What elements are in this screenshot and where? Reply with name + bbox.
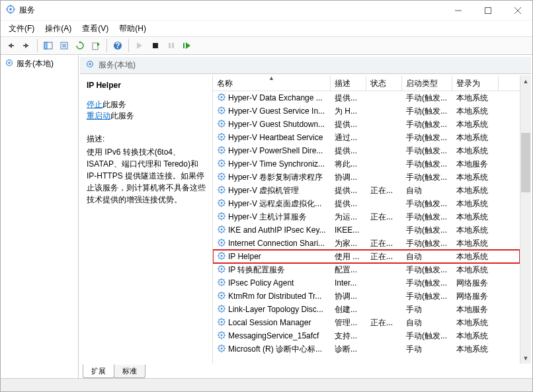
separator (37, 39, 38, 52)
svg-line-207 (219, 324, 220, 325)
service-name: IKE and AuthIP IPsec Key... (228, 225, 326, 235)
gear-icon (217, 304, 226, 315)
col-startup[interactable]: 启动类型 (402, 75, 452, 91)
service-list: 名称▲ 描述 状态 启动类型 登录为 Hyper-V Data Exchange… (212, 75, 531, 364)
svg-point-160 (220, 268, 222, 270)
svg-line-76 (224, 152, 224, 153)
svg-line-96 (224, 178, 224, 179)
stop-service-button[interactable] (148, 38, 163, 53)
service-name: Hyper-V Time Synchroniz... (228, 159, 325, 169)
service-row[interactable]: Microsoft (R) 诊断中心标...诊断...手动本地系统 (213, 342, 520, 356)
service-row[interactable]: Hyper-V Time Synchroniz...将此...手动(触发...本… (213, 157, 520, 171)
menu-view[interactable]: 查看(V) (77, 21, 114, 36)
service-row[interactable]: Local Session Manager管理...正在...自动本地系统 (213, 316, 520, 329)
scroll-down-icon[interactable]: ▼ (520, 352, 531, 364)
service-row[interactable]: Link-Layer Topology Disc...创建...手动本地服务 (213, 303, 520, 316)
stop-link[interactable]: 停止 (87, 100, 102, 109)
tab-standard[interactable]: 标准 (114, 364, 145, 378)
titlebar[interactable]: 服务 (1, 1, 532, 20)
svg-line-196 (224, 311, 224, 311)
close-button[interactable] (503, 1, 532, 20)
menu-action[interactable]: 操作(A) (40, 21, 77, 36)
svg-line-75 (219, 147, 220, 147)
svg-rect-21 (153, 43, 158, 48)
service-row[interactable]: Hyper-V 卷影复制请求程序协调...手动(触发...本地系统 (213, 171, 520, 184)
svg-line-216 (224, 337, 224, 338)
svg-point-50 (220, 122, 222, 124)
service-row[interactable]: IP Helper使用 ...正在...自动本地系统 (213, 250, 520, 263)
svg-line-188 (224, 292, 224, 293)
service-startup: 手动(触发... (402, 198, 452, 210)
svg-point-150 (220, 255, 222, 256)
svg-line-118 (224, 200, 224, 200)
show-hide-tree-button[interactable] (41, 38, 56, 53)
col-desc[interactable]: 描述 (331, 75, 366, 91)
sort-asc-icon: ▲ (268, 75, 274, 81)
service-row[interactable]: Hyper-V 主机计算服务为运...正在...手动(触发...本地系统 (213, 210, 520, 223)
maximize-button[interactable] (473, 1, 503, 20)
menu-file[interactable]: 文件(F) (3, 21, 40, 36)
scroll-track[interactable] (520, 87, 531, 352)
pause-service-button[interactable] (164, 38, 179, 53)
menu-help[interactable]: 帮助(H) (114, 21, 151, 36)
svg-line-58 (224, 120, 224, 121)
restart-service-button[interactable] (180, 38, 194, 53)
restart-line: 重启动此服务 (87, 110, 206, 122)
service-row[interactable]: Hyper-V Heartbeat Service通过...手动(触发...本地… (213, 131, 520, 144)
service-row[interactable]: Hyper-V 虚拟机管理提供...正在...自动本地系统 (213, 184, 520, 197)
svg-line-206 (224, 324, 224, 325)
svg-line-167 (219, 271, 220, 272)
refresh-button[interactable] (73, 38, 87, 53)
forward-button[interactable] (19, 38, 34, 53)
service-row[interactable]: Hyper-V Data Exchange ...提供...手动(触发...本地… (213, 91, 520, 104)
help-button[interactable]: ? (110, 38, 125, 53)
service-row[interactable]: Hyper-V 远程桌面虚拟化...提供...手动(触发...本地系统 (213, 197, 520, 210)
service-row[interactable]: KtmRm for Distributed Tr...协调...手动(触发...… (213, 290, 520, 303)
svg-line-228 (224, 345, 224, 346)
col-logon[interactable]: 登录为 (452, 75, 499, 91)
service-name: Microsoft (R) 诊断中心标... (228, 344, 322, 355)
service-logon: 本地系统 (452, 132, 499, 143)
svg-line-137 (219, 231, 220, 232)
gear-icon (217, 159, 226, 170)
service-name: IP Helper (228, 252, 261, 261)
service-row[interactable]: MessagingService_15afcf支持...手动(触发...本地系统 (213, 329, 520, 342)
list-body[interactable]: Hyper-V Data Exchange ...提供...手动(触发...本地… (213, 91, 520, 364)
list-header: 名称▲ 描述 状态 启动类型 登录为 (213, 75, 520, 91)
statusbar (1, 378, 532, 391)
tab-extended[interactable]: 扩展 (83, 364, 114, 378)
service-row[interactable]: Hyper-V Guest Service In...为 H...手动(触发..… (213, 104, 520, 118)
col-status[interactable]: 状态 (366, 75, 402, 91)
service-row[interactable]: Hyper-V PowerShell Dire...提供...手动(触发...本… (213, 144, 520, 157)
svg-point-80 (220, 162, 222, 164)
service-row[interactable]: IPsec Policy AgentInter...手动(触发...网络服务 (213, 276, 520, 290)
export-button[interactable] (89, 38, 103, 53)
restart-link[interactable]: 重启动 (87, 111, 110, 120)
nav-services-local[interactable]: 服务(本地) (2, 57, 77, 71)
scroll-thumb[interactable] (521, 133, 530, 192)
service-status: 正在... (366, 317, 402, 329)
properties-button[interactable] (57, 38, 71, 53)
col-name[interactable]: 名称▲ (213, 75, 331, 91)
back-button[interactable] (3, 38, 18, 53)
service-startup: 自动 (402, 185, 452, 196)
service-logon: 本地服务 (452, 304, 499, 315)
svg-rect-7 (485, 7, 491, 13)
start-service-button[interactable] (132, 38, 147, 53)
service-row[interactable]: IKE and AuthIP IPsec Key...IKEE...手动(触发.… (213, 223, 520, 237)
info-pane: IP Helper 停止此服务 重启动此服务 描述: 使用 IPv6 转换技术(… (80, 75, 212, 364)
vertical-scrollbar[interactable]: ▲ ▼ (520, 75, 531, 364)
service-row[interactable]: Hyper-V Guest Shutdown...提供...手动(触发...本地… (213, 118, 520, 131)
service-row[interactable]: Internet Connection Shari...为家...正在...手动… (213, 237, 520, 250)
service-startup: 手动(触发... (402, 278, 452, 289)
scroll-up-icon[interactable]: ▲ (520, 75, 531, 87)
svg-point-120 (220, 215, 222, 217)
svg-line-97 (219, 178, 220, 179)
service-logon: 本地系统 (452, 317, 499, 329)
svg-line-65 (219, 134, 220, 134)
gear-icon (217, 119, 226, 130)
svg-line-86 (224, 165, 224, 166)
service-desc: 诊断... (331, 344, 366, 355)
service-row[interactable]: IP 转换配置服务配置...手动(触发...本地系统 (213, 263, 520, 276)
minimize-button[interactable] (443, 1, 473, 20)
